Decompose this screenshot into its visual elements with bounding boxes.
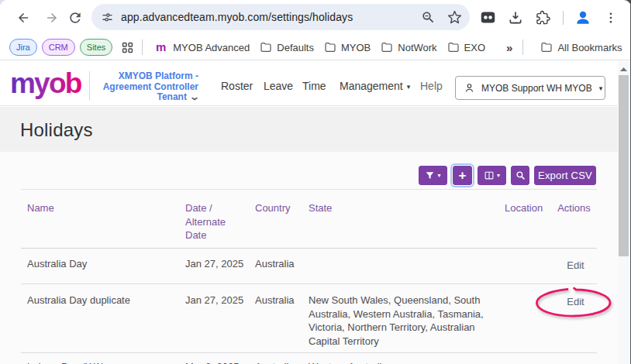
svg-text:m: m bbox=[156, 41, 166, 53]
col-header-date[interactable]: Date / Alternate Date bbox=[179, 190, 249, 249]
page-title-band: Holidays bbox=[0, 107, 618, 152]
search-button[interactable] bbox=[511, 166, 529, 185]
nav-help[interactable]: Help bbox=[420, 80, 443, 92]
tab-group-sites[interactable]: Sites bbox=[80, 39, 112, 56]
filter-button[interactable]: ▾ bbox=[419, 166, 447, 185]
tab-group-crm[interactable]: CRM bbox=[42, 39, 75, 56]
bookmark-folder-defaults[interactable]: Defaults bbox=[260, 41, 314, 53]
cell-location bbox=[498, 353, 551, 364]
tab-group-label: Sites bbox=[87, 43, 105, 52]
page-scrollbar[interactable] bbox=[618, 61, 629, 364]
bookmark-label: All Bookmarks bbox=[557, 42, 622, 53]
col-header-country[interactable]: Country bbox=[249, 190, 302, 249]
bookmarks-bar: Jira CRM Sites m MYOB Advanced Defaults … bbox=[0, 35, 631, 60]
bookmark-folder-exo[interactable]: EXO bbox=[447, 41, 485, 53]
profile-avatar-icon[interactable] bbox=[569, 6, 597, 29]
site-settings-icon[interactable] bbox=[101, 11, 114, 24]
reload-icon bbox=[67, 10, 83, 26]
columns-icon bbox=[484, 170, 495, 180]
scrollbar-up-arrow[interactable] bbox=[618, 65, 629, 73]
bookmark-label: Defaults bbox=[277, 42, 314, 53]
col-header-actions[interactable]: Actions bbox=[551, 190, 597, 249]
puzzle-icon bbox=[536, 10, 551, 26]
back-button[interactable] bbox=[12, 5, 35, 31]
edit-link-circled[interactable]: Edit bbox=[567, 296, 584, 307]
folder-icon bbox=[447, 41, 460, 53]
bookmark-myob-advanced[interactable]: m MYOB Advanced bbox=[156, 41, 250, 53]
forward-arrow-icon bbox=[44, 10, 60, 26]
folder-icon bbox=[324, 41, 336, 53]
app-square-icon bbox=[480, 9, 496, 26]
extension-app-icon[interactable] bbox=[474, 6, 502, 29]
cell-date: Mar 3, 2025 bbox=[179, 353, 249, 364]
nav-label: Management bbox=[340, 80, 403, 92]
toolbar-separator bbox=[563, 11, 564, 25]
col-header-location[interactable]: Location bbox=[498, 190, 551, 249]
nav-leave[interactable]: Leave bbox=[264, 80, 293, 92]
bookmarks-overflow-chevron[interactable]: » bbox=[506, 41, 512, 54]
columns-button[interactable]: ▾ bbox=[478, 166, 506, 185]
nav-time[interactable]: Time bbox=[302, 80, 326, 92]
cell-country: Australia bbox=[249, 284, 302, 353]
myob-favicon: m bbox=[156, 41, 168, 53]
export-csv-button[interactable]: Export CSV bbox=[534, 166, 596, 185]
bookmarks-separator-2 bbox=[522, 39, 523, 55]
cell-actions: Edit bbox=[551, 284, 597, 353]
all-bookmarks[interactable]: All Bookmarks bbox=[540, 41, 622, 53]
cell-country: Australia bbox=[249, 248, 302, 284]
person-icon bbox=[464, 82, 475, 94]
user-menu-button[interactable]: MYOB Support WH MYOB ▾ bbox=[455, 76, 605, 100]
bookmark-star-icon[interactable] bbox=[443, 6, 465, 28]
holidays-table: Name Date / Alternate Date Country State… bbox=[21, 189, 597, 364]
reload-button[interactable] bbox=[64, 5, 87, 31]
bookmark-folder-notwork[interactable]: NotWork bbox=[381, 41, 436, 53]
bookmark-label: EXO bbox=[464, 42, 485, 53]
bookmark-folder-myob[interactable]: MYOB bbox=[324, 41, 371, 53]
cell-name: Australia Day bbox=[21, 248, 179, 284]
folder-outline-icon bbox=[324, 41, 336, 53]
extensions-puzzle-icon[interactable] bbox=[529, 6, 557, 29]
browser-window: app.advancedteam.myob.com/settings/holid… bbox=[0, 0, 631, 364]
bookmark-label: MYOB bbox=[341, 42, 371, 53]
export-csv-label: Export CSV bbox=[538, 170, 592, 181]
tab-group-label: Jira bbox=[16, 43, 30, 52]
col-header-name[interactable]: Name bbox=[21, 190, 179, 249]
col-header-state[interactable]: State bbox=[302, 190, 498, 249]
zoom-icon[interactable] bbox=[417, 6, 439, 28]
search-icon bbox=[515, 170, 526, 180]
page-title: Holidays bbox=[20, 119, 93, 141]
bookmark-label: MYOB Advanced bbox=[173, 42, 250, 53]
cell-name: Australia Day duplicate bbox=[21, 284, 179, 353]
table-row: Australia Day Jan 27, 2025 Australia Edi… bbox=[21, 248, 597, 284]
nav-roster[interactable]: Roster bbox=[221, 80, 253, 92]
grid-squares-icon bbox=[121, 41, 134, 54]
url-text[interactable]: app.advancedteam.myob.com/settings/holid… bbox=[121, 11, 417, 23]
downloads-icon[interactable] bbox=[502, 6, 529, 29]
scrollbar-thumb[interactable] bbox=[619, 75, 629, 256]
apps-grid-icon[interactable] bbox=[121, 41, 134, 54]
app-header: myob XMYOB Platform - Agreement Controll… bbox=[0, 61, 618, 106]
person-avatar-icon bbox=[574, 9, 592, 27]
star-icon bbox=[447, 10, 462, 25]
browser-menu-kebab-icon[interactable] bbox=[597, 6, 625, 29]
nav-label: Time bbox=[302, 80, 326, 92]
folder-icon bbox=[540, 41, 553, 53]
kebab-icon bbox=[604, 11, 618, 25]
caret-down-icon: ▾ bbox=[497, 172, 500, 179]
edit-link[interactable]: Edit bbox=[567, 259, 584, 271]
nav-label: Help bbox=[420, 80, 443, 92]
back-arrow-icon bbox=[16, 10, 31, 26]
table-row: Labour Day (WA) Mar 3, 2025 Australia We… bbox=[21, 353, 597, 364]
folder-outline-icon bbox=[260, 41, 272, 53]
add-holiday-button[interactable]: + bbox=[453, 166, 472, 185]
forward-button[interactable] bbox=[40, 5, 64, 31]
cell-date: Jan 27, 2025 bbox=[179, 248, 249, 284]
folder-outline-icon bbox=[381, 41, 393, 53]
filter-funnel-icon bbox=[425, 170, 435, 180]
myob-m-icon: m bbox=[156, 41, 168, 53]
triangle-up-icon bbox=[620, 67, 627, 71]
tab-group-jira[interactable]: Jira bbox=[9, 39, 37, 56]
nav-management[interactable]: Management▾ bbox=[340, 80, 410, 92]
address-bar[interactable]: app.advancedteam.myob.com/settings/holid… bbox=[91, 4, 470, 30]
bookmarks-separator bbox=[142, 39, 143, 55]
